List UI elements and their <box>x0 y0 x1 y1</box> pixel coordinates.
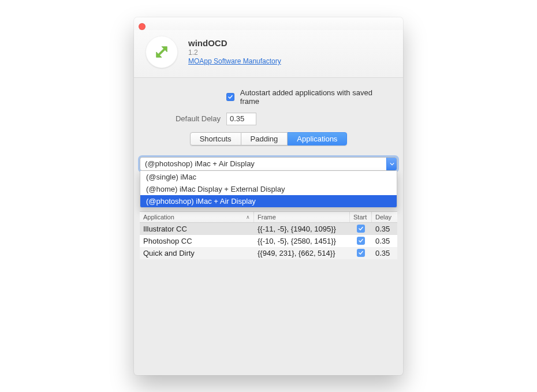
profile-combo-area: (@photoshop) iMac + Air Display (@single… <box>134 151 403 259</box>
profile-option[interactable]: (@home) iMac Display + External Display <box>140 183 397 195</box>
profile-combobox[interactable]: (@photoshop) iMac + Air Display <box>140 157 397 171</box>
vendor-link[interactable]: MOApp Software Manufactory <box>188 57 281 65</box>
cell-frame: {{949, 231}, {662, 514}} <box>254 249 350 257</box>
cell-start <box>350 237 372 245</box>
app-title: windOCD <box>188 38 281 48</box>
profile-option[interactable]: (@single) iMac <box>140 171 397 183</box>
cell-frame: {{-11, -5}, {1940, 1095}} <box>254 225 350 233</box>
tab-padding[interactable]: Padding <box>241 132 288 145</box>
col-delay[interactable]: Delay <box>372 212 397 222</box>
applications-table: Application ∧ Frame Start Delay Illustra… <box>140 211 397 259</box>
preferences-section: Autostart added applications with saved … <box>134 78 403 151</box>
start-checkbox[interactable] <box>357 225 365 233</box>
cell-start <box>350 225 372 233</box>
cell-application: Photoshop CC <box>140 237 254 245</box>
close-window-button[interactable] <box>139 23 146 30</box>
col-frame[interactable]: Frame <box>254 212 350 222</box>
start-checkbox[interactable] <box>357 237 365 245</box>
titlebar <box>134 17 403 30</box>
table-row[interactable]: Quick and Dirty{{949, 231}, {662, 514}}0… <box>140 247 397 259</box>
cell-delay: 0.35 <box>372 237 397 245</box>
profile-combobox-value: (@photoshop) iMac + Air Display <box>140 159 386 168</box>
header: windOCD 1.2 MOApp Software Manufactory <box>134 30 403 78</box>
default-delay-label: Default Delay <box>146 114 221 123</box>
profile-option[interactable]: (@photoshop) iMac + Air Display <box>140 195 397 207</box>
profile-dropdown: (@single) iMac (@home) iMac Display + Ex… <box>140 171 397 208</box>
table-row[interactable]: Illustrator CC{{-11, -5}, {1940, 1095}}0… <box>140 223 397 235</box>
tab-shortcuts[interactable]: Shortcuts <box>190 132 241 145</box>
cell-application: Illustrator CC <box>140 225 254 233</box>
chevron-down-icon[interactable] <box>386 158 397 170</box>
default-delay-input[interactable] <box>226 113 256 125</box>
tab-bar: Shortcuts Padding Applications <box>190 132 348 145</box>
col-application[interactable]: Application ∧ <box>140 212 254 222</box>
cell-frame: {{-10, -5}, {2580, 1451}} <box>254 237 350 245</box>
autostart-checkbox[interactable] <box>226 93 234 101</box>
cell-start <box>350 249 372 257</box>
app-icon <box>146 36 178 68</box>
table-row[interactable]: Photoshop CC{{-10, -5}, {2580, 1451}}0.3… <box>140 235 397 247</box>
autostart-label: Autostart added applications with saved … <box>240 88 391 106</box>
tab-applications[interactable]: Applications <box>288 132 347 145</box>
app-version: 1.2 <box>188 48 281 57</box>
start-checkbox[interactable] <box>357 249 365 257</box>
col-application-label: Application <box>143 214 174 221</box>
cell-delay: 0.35 <box>372 225 397 233</box>
col-start[interactable]: Start <box>350 212 372 222</box>
preferences-window: windOCD 1.2 MOApp Software Manufactory A… <box>134 17 403 375</box>
cell-application: Quick and Dirty <box>140 249 254 257</box>
cell-delay: 0.35 <box>372 249 397 257</box>
sort-ascending-icon: ∧ <box>246 214 250 220</box>
